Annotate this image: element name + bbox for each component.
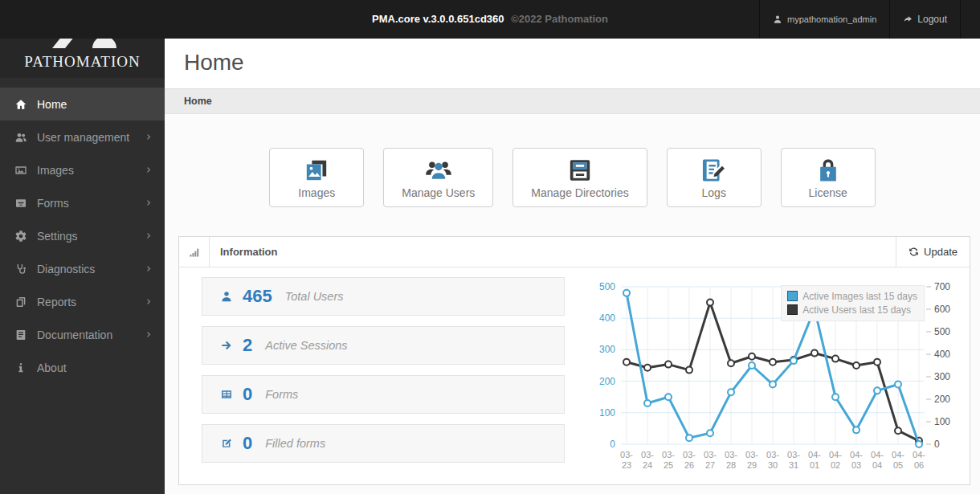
activity-chart: 0100200300400500010020030040050060070003…	[594, 277, 962, 480]
information-panel: Information Update 465 Total Users	[178, 236, 970, 485]
refresh-icon	[909, 247, 919, 257]
card-logs-icon	[700, 158, 729, 182]
about-icon	[14, 361, 27, 374]
panel-icon-cell	[179, 237, 210, 267]
reports-icon	[14, 296, 27, 308]
chevron-right-icon	[145, 297, 153, 306]
stat-row-total-users: 465 Total Users	[202, 277, 565, 316]
sidebar-item-diagnostics[interactable]: Diagnostics	[0, 252, 165, 285]
svg-text:700: 700	[934, 281, 950, 292]
update-button[interactable]: Update	[896, 237, 970, 267]
legend-swatch	[787, 304, 798, 315]
stat-row-active-sessions: 2 Active Sessions	[202, 326, 565, 365]
svg-text:03-30: 03-30	[766, 450, 779, 470]
image-icon	[14, 164, 27, 177]
svg-text:03-25: 03-25	[662, 450, 675, 470]
svg-text:04-01: 04-01	[808, 450, 821, 470]
stat-row-forms: 0 Forms	[202, 375, 565, 414]
content: Images Manage Users Manage Directories L…	[165, 114, 980, 494]
shortcut-cards: Images Manage Users Manage Directories L…	[165, 148, 980, 207]
sidebar: PATHOMATION Home User management Images	[0, 0, 165, 494]
current-username: mypathomation_admin	[787, 14, 876, 24]
sidebar-item-forms[interactable]: Forms	[0, 186, 165, 219]
svg-text:03-23: 03-23	[620, 450, 633, 470]
chevron-right-icon	[145, 165, 153, 174]
sidebar-item-images[interactable]: Images	[0, 153, 165, 186]
svg-text:0: 0	[610, 439, 615, 450]
edit-icon	[220, 437, 233, 450]
svg-text:03-28: 03-28	[725, 450, 737, 470]
svg-text:200: 200	[934, 394, 950, 405]
page-title: Home	[165, 39, 980, 76]
legend-item-active-images-last-15-days[interactable]: Active Images last 15 days	[787, 289, 917, 303]
topbar: PMA.core v.3.0.0.651cd360 ©2022 Pathomat…	[0, 0, 980, 39]
stat-label: Filled forms	[265, 437, 325, 450]
diagnostics-icon	[14, 263, 27, 276]
shortcut-card-manage-directories[interactable]: Manage Directories	[512, 148, 647, 207]
sidebar-item-reports[interactable]: Reports	[0, 285, 165, 318]
sidebar-item-user-management[interactable]: User management	[0, 120, 165, 153]
chart-legend: Active Images last 15 daysActive Users l…	[781, 285, 925, 321]
logout-label: Logout	[917, 14, 947, 25]
panel-body: 465 Total Users 2 Active Sessions 0	[179, 267, 970, 480]
documentation-icon	[14, 329, 27, 341]
svg-text:03-26: 03-26	[683, 450, 696, 470]
svg-text:04-06: 04-06	[913, 450, 925, 470]
user-icon	[773, 14, 782, 24]
sidebar-menu: Home User management Images Forms	[0, 78, 165, 384]
shortcut-card-license[interactable]: License	[781, 148, 876, 207]
sidebar-item-settings[interactable]: Settings	[0, 219, 165, 252]
information-panel-header: Information Update	[179, 237, 970, 267]
breadcrumb-home[interactable]: Home	[184, 96, 212, 107]
svg-text:04-03: 04-03	[850, 450, 863, 470]
legend-item-active-users-last-15-days[interactable]: Active Users last 15 days	[787, 303, 917, 316]
svg-text:03-24: 03-24	[641, 450, 654, 470]
chevron-right-icon	[145, 330, 153, 339]
svg-text:500: 500	[599, 281, 615, 292]
stats-list: 465 Total Users 2 Active Sessions 0	[202, 277, 565, 480]
current-user-menu[interactable]: mypathomation_admin	[759, 0, 889, 39]
svg-text:03-29: 03-29	[745, 450, 758, 470]
sidebar-item-about[interactable]: About	[0, 351, 165, 384]
shortcut-card-images[interactable]: Images	[269, 148, 364, 207]
stat-label: Forms	[265, 388, 298, 401]
card-license-icon	[814, 158, 843, 182]
stat-value: 465	[243, 286, 272, 307]
sidebar-item-home[interactable]: Home	[0, 88, 165, 120]
breadcrumb: Home	[165, 88, 980, 114]
legend-swatch	[787, 291, 798, 301]
svg-text:200: 200	[599, 376, 615, 387]
arrow-right-icon	[220, 339, 233, 352]
svg-text:600: 600	[934, 304, 950, 315]
svg-text:300: 300	[599, 344, 615, 355]
svg-text:0: 0	[934, 439, 940, 450]
chevron-right-icon	[145, 264, 153, 273]
sidebar-item-documentation[interactable]: Documentation	[0, 318, 165, 351]
svg-text:400: 400	[934, 349, 950, 360]
table-icon	[220, 388, 233, 401]
svg-text:400: 400	[599, 312, 615, 324]
stat-value: 0	[243, 384, 252, 405]
card-images-icon	[302, 158, 331, 182]
chevron-right-icon	[145, 133, 153, 141]
shortcut-card-manage-users[interactable]: Manage Users	[383, 148, 493, 207]
main-area: Home Home Images Manage Users Manage Dir…	[165, 0, 980, 494]
logout-arrow-icon	[903, 14, 913, 24]
svg-text:100: 100	[934, 416, 950, 427]
stat-label: Active Sessions	[265, 339, 347, 352]
logout-button[interactable]: Logout	[889, 0, 961, 39]
card-users-icon	[424, 158, 453, 182]
page-header: Home	[165, 39, 980, 88]
legend-label: Active Images last 15 days	[802, 291, 917, 302]
shortcut-card-logs[interactable]: Logs	[667, 148, 762, 207]
card-dirs-icon	[566, 158, 594, 182]
stat-label: Total Users	[285, 290, 344, 303]
svg-text:04-02: 04-02	[829, 450, 842, 470]
update-label: Update	[924, 246, 958, 258]
svg-text:04-04: 04-04	[871, 450, 884, 470]
app-copyright: ©2022 Pathomation	[511, 13, 608, 25]
user-icon	[220, 290, 233, 303]
svg-text:03-27: 03-27	[704, 450, 717, 470]
panel-title: Information	[210, 237, 278, 267]
svg-text:100: 100	[599, 407, 615, 418]
